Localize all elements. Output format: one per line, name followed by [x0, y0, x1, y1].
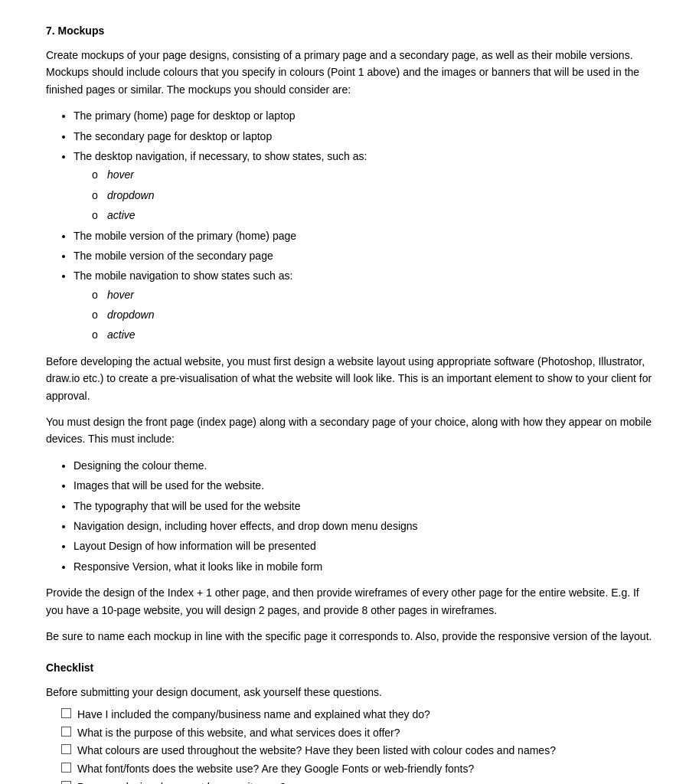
paragraph5: Be sure to name each mockup in line with… [46, 628, 653, 645]
checkbox-icon [61, 727, 71, 737]
checklist-item: What is the purpose of this website, and… [61, 724, 653, 743]
checklist-heading: Checklist [46, 660, 653, 676]
checklist-intro: Before submitting your design document, … [46, 684, 653, 701]
list-item: Images that will be used for the website… [73, 477, 653, 494]
paragraph2: Before developing the actual website, yo… [46, 353, 653, 404]
checklist-item-text: What colours are used throughout the web… [77, 742, 653, 760]
checklist-item: Does my design document have a sitemap? [61, 779, 653, 784]
paragraph4: Provide the design of the Index + 1 othe… [46, 584, 653, 619]
main-content: 7. Mockups Create mockups of your page d… [46, 23, 653, 784]
list-item: Layout Design of how information will be… [73, 537, 653, 554]
list-item: Designing the colour theme. [73, 457, 653, 474]
list-item: The mobile version of the primary (home)… [73, 227, 653, 244]
sub-list: hover dropdown active [73, 166, 653, 224]
checklist-item: What colours are used throughout the web… [61, 742, 653, 760]
list-item: Responsive Version, what it looks like i… [73, 558, 653, 575]
sub-list-item: active [92, 326, 653, 343]
checklist-item: What font/fonts does the website use? Ar… [61, 760, 653, 779]
sub-list-item: hover [92, 166, 653, 183]
list-item: The secondary page for desktop or laptop [73, 128, 653, 145]
section-heading: 7. Mockups [46, 23, 653, 39]
list-item: The primary (home) page for desktop or l… [73, 107, 653, 124]
sub-list: hover dropdown active [73, 286, 653, 344]
list-item: The mobile navigation to show states suc… [73, 267, 653, 344]
checkbox-icon [61, 763, 71, 773]
secondary-bullet-list: Designing the colour theme. Images that … [46, 457, 653, 575]
list-item: Navigation design, including hover effec… [73, 518, 653, 534]
list-item: The typography that will be used for the… [73, 498, 653, 514]
checklist-item-text: What is the purpose of this website, and… [77, 724, 653, 743]
checkbox-icon [61, 744, 71, 754]
list-item: The desktop navigation, if necessary, to… [73, 148, 653, 224]
checklist-item-text: What font/fonts does the website use? Ar… [77, 760, 653, 779]
checkbox-icon [61, 708, 71, 718]
checklist-section: Checklist Before submitting your design … [46, 660, 653, 784]
checklist-item-text: Have I included the company/business nam… [77, 706, 653, 724]
list-item: The mobile version of the secondary page [73, 247, 653, 264]
checklist-item: Have I included the company/business nam… [61, 706, 653, 724]
sub-list-item: dropdown [92, 306, 653, 323]
primary-bullet-list: The primary (home) page for desktop or l… [46, 107, 653, 344]
checkbox-icon [61, 781, 71, 784]
sub-list-item: active [92, 207, 653, 224]
sub-list-item: hover [92, 286, 653, 303]
checklist-item-text: Does my design document have a sitemap? [77, 779, 653, 784]
sub-list-item: dropdown [92, 187, 653, 204]
checklist-list: Have I included the company/business nam… [46, 706, 653, 784]
paragraph3: You must design the front page (index pa… [46, 413, 653, 448]
intro-paragraph: Create mockups of your page designs, con… [46, 47, 653, 98]
